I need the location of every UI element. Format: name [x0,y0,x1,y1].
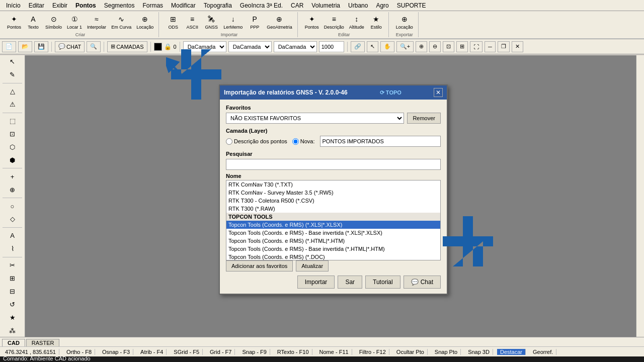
menu-formas[interactable]: Formas [138,1,167,10]
list-item[interactable]: Topcon Tools (Coords. e RMS) - Base inve… [226,229,440,237]
list-item[interactable]: Topcon Tools (Coords. e RMS) (*.DOC) [226,253,440,260]
menu-modificar[interactable]: Modificar [167,1,200,10]
left-tool-9[interactable]: + [7,170,19,183]
left-tool-12[interactable]: ◇ [7,213,19,225]
radio-nova[interactable]: Nova: [292,138,315,145]
list-item[interactable]: RTK ComNav - Survey Master 3.5 (*.RW5) [226,189,440,197]
toolbar-simbolo-btn[interactable]: ⊙Símbolo [43,12,64,31]
menu-urbano[interactable]: Urbano [344,1,372,10]
list-item[interactable]: RTK ComNav T30 (*.TXT) [226,180,440,189]
status-snap[interactable]: Snap - F9 [239,349,270,355]
menu-exibir[interactable]: Exibir [48,1,71,10]
menu-inicio[interactable]: Início [2,1,25,10]
toolbar-ods-btn[interactable]: ⊞ODS [164,12,182,31]
remover-btn[interactable]: Remover [407,113,441,124]
toolbar-estilo-btn[interactable]: ★Estilo [367,12,385,31]
left-tool-13[interactable]: A [7,230,19,242]
list-item[interactable]: Topcon Tools (Coords. e RMS) (*.HTML|*.H… [226,237,440,245]
status-grid[interactable]: Grid - F7 [207,349,235,355]
atualizar-btn[interactable]: Atualizar [296,260,329,272]
zoom-out-btn[interactable]: ⊖ [429,41,441,52]
tutorial-btn[interactable]: Tutorial [365,276,400,289]
toolbar2-open-btn[interactable]: 📂 [18,41,32,52]
left-tool-19[interactable]: ★ [7,311,19,323]
menu-suporte[interactable]: SUPORTE [393,1,430,10]
adicionar-favoritos-btn[interactable]: Adicionar aos favoritos [226,260,293,272]
chat-btn[interactable]: 💬 Chat [404,276,441,289]
menu-geoincra[interactable]: GeoIncra 3ª Ed. [236,1,287,10]
toolbar-emcurva-btn[interactable]: ∿Em Curva [109,12,133,31]
status-nome[interactable]: Nome - F11 [316,349,352,355]
left-tool-10[interactable]: ⊕ [7,184,19,196]
favoritos-select[interactable]: NÃO EXISTEM FAVORITOS [226,113,404,124]
nova-layer-input[interactable] [320,136,441,147]
pan-btn[interactable]: ✋ [380,41,394,52]
status-snap3d[interactable]: Snap 3D [465,349,493,355]
list-item[interactable]: Topcon Tools (Coords. e RMS) (*.XLS|*.XL… [226,221,440,229]
tab-raster[interactable]: RASTER [26,339,60,346]
toolbar-locar1-btn[interactable]: ①Locar 1 [65,12,84,31]
left-tool-6[interactable]: ⊡ [7,128,19,140]
menu-volumetria[interactable]: Volumetria [307,1,344,10]
status-sgrip[interactable]: SGrid - F5 [171,349,203,355]
status-destacar[interactable]: Destacar [497,349,526,355]
sar-btn[interactable]: Sar [338,276,362,289]
toolbar-ascii-btn[interactable]: ≡ASCII [183,12,201,31]
toolbar-interpolar-btn[interactable]: ≈Interpolar [85,12,108,31]
tab-cad[interactable]: CAD [2,339,25,346]
menu-editar[interactable]: Editar [25,1,48,10]
toolbar-altitude-btn[interactable]: ↕Altitude [347,12,366,31]
left-tool-16[interactable]: ⊞ [7,273,19,285]
left-tool-14[interactable]: ⌇ [7,243,19,255]
status-georref[interactable]: Georref. [530,349,556,355]
left-tool-2[interactable]: ✎ [7,69,19,81]
toolbar2-search-btn[interactable]: 🔍 [87,41,101,52]
zoom-fit-btn[interactable]: ⊞ [456,41,468,52]
toolbar2-save-btn[interactable]: 💾 [34,41,48,52]
layer-select1[interactable]: DaCamada [183,41,226,52]
toolbar-exportar-locacao-btn[interactable]: ⊕Locação [394,12,415,31]
menu-agro[interactable]: Agro [372,1,392,10]
menu-segmentos[interactable]: Segmentos [100,1,139,10]
menu-pontos[interactable]: Pontos [71,1,100,10]
importar-btn[interactable]: Importar [297,276,335,289]
zoom-extent-btn[interactable]: ⊡ [443,41,454,52]
left-tool-11[interactable]: ○ [7,200,19,212]
zoom-in2-btn[interactable]: ⊕ [416,41,427,52]
snap-btn[interactable]: 🔗 [351,41,365,52]
fullscreen-btn[interactable]: ⛶ [470,41,482,52]
toolbar2-new-btn[interactable]: 📄 [2,41,16,52]
toolbar-descricao-btn[interactable]: ≡Descrição [322,12,346,31]
toolbar-editar-pontos-btn[interactable]: ✦Pontos [303,12,321,31]
toolbar-geoatmetria-btn[interactable]: ⊕GeoAtmetria [265,12,294,31]
status-osnap[interactable]: Osnap - F3 [99,349,133,355]
toolbar-gnss-btn[interactable]: 🛰GNSS [202,12,220,31]
layer-select2[interactable]: DaCamada [228,41,272,52]
min-btn[interactable]: ─ [485,41,496,52]
status-rtexto[interactable]: RTexto - F10 [274,349,312,355]
dialog-close-btn[interactable]: ✕ [434,88,443,97]
zoom-in-btn[interactable]: 🔍+ [396,41,414,52]
left-tool-4[interactable]: ⚠ [7,99,19,111]
toolbar-ppp-btn[interactable]: PPPP [246,12,264,31]
left-tool-3[interactable]: △ [7,85,19,98]
toolbar-locacao-btn[interactable]: ⊕Locação [134,12,155,31]
close-main-btn[interactable]: ✕ [512,41,523,52]
toolbar2-layers-btn[interactable]: ⊞ CAMADAS [107,41,147,52]
left-tool-17[interactable]: ⊟ [7,286,19,298]
menu-topografia[interactable]: Topografia [200,1,236,10]
left-tool-15[interactable]: ✂ [7,259,19,272]
list-item[interactable]: RTK T300 - Coletora R500 (*.CSV) [226,197,440,205]
select-btn[interactable]: ↖ [367,41,378,52]
radio-descricao[interactable]: Descrição dos pontos [226,138,287,145]
layer-select3[interactable]: DaCamada [274,41,317,52]
toolbar-lermemo-btn[interactable]: ↓LerMemo [221,12,245,31]
left-tool-18[interactable]: ↺ [7,298,19,310]
zoom-input[interactable] [319,41,344,52]
left-tool-8[interactable]: ⬢ [7,154,19,166]
toolbar-pontos-btn[interactable]: ✦Pontos [5,12,23,31]
list-item[interactable]: RTK T300 (*.RAW) [226,205,440,213]
left-tool-1[interactable]: ↖ [7,56,19,68]
list-item[interactable]: Topcon Tools (Coords. e RMS) - Base inve… [226,245,440,253]
toolbar-texto-btn[interactable]: ATexto [24,12,42,31]
